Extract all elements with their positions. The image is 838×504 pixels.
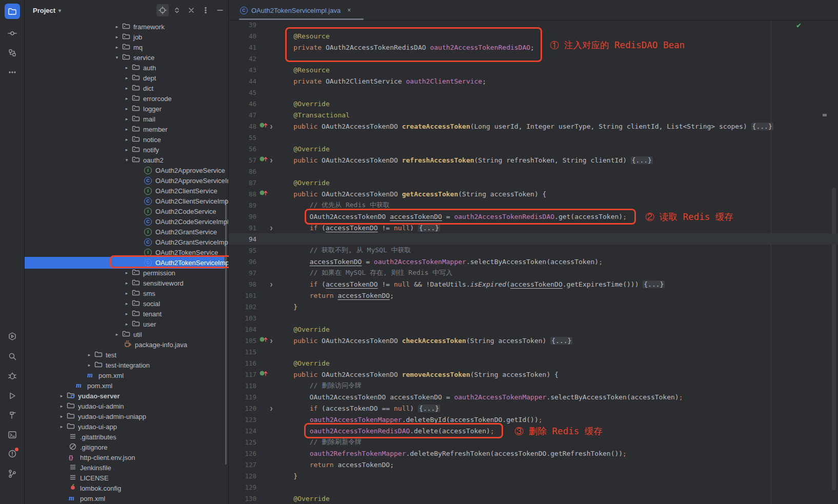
tree-item-oauth2grantserviceimpl[interactable]: COAuth2GrantServiceImpl bbox=[25, 237, 228, 247]
code-line-126[interactable]: 126 oauth2RefreshTokenMapper.deleteByRef… bbox=[229, 448, 838, 459]
tree-item-jenkinsfile[interactable]: Jenkinsfile bbox=[25, 462, 228, 473]
rail-button-git[interactable] bbox=[5, 466, 20, 481]
tree-item-pom-xml[interactable]: mpom.xml bbox=[25, 380, 228, 391]
chevron-collapsed-icon[interactable]: ▸ bbox=[56, 404, 67, 409]
code-line-104[interactable]: 104 @Override bbox=[229, 324, 838, 335]
code-line-98[interactable]: 98❯ if (accessTokenDO != null && !DateUt… bbox=[229, 278, 838, 290]
panel-header-hide-icon[interactable] bbox=[214, 4, 226, 16]
panel-header-more-icon[interactable] bbox=[199, 4, 212, 16]
chevron-collapsed-icon[interactable]: ▸ bbox=[84, 362, 94, 368]
fold-region-icon[interactable]: ❯ bbox=[270, 225, 273, 231]
chevron-collapsed-icon[interactable]: ▸ bbox=[56, 424, 67, 429]
tree-item-notify[interactable]: ▸notify bbox=[25, 145, 228, 155]
panel-header-locate-icon[interactable] bbox=[156, 4, 169, 16]
tree-item-yudao-ui-app[interactable]: ▸yudao-ui-app bbox=[25, 421, 228, 432]
tree-item-service[interactable]: ▾service bbox=[25, 52, 228, 63]
tree-item-framework[interactable]: ▸framework bbox=[25, 22, 228, 32]
code-line-102[interactable]: 102 } bbox=[229, 301, 838, 312]
panel-header-expand-all-icon[interactable] bbox=[171, 4, 183, 16]
tree-item--gitattributes[interactable]: .gitattributes bbox=[25, 432, 228, 442]
code-line-45[interactable]: 45 bbox=[229, 87, 838, 98]
tree-item-lombok-config[interactable]: lombok.config bbox=[25, 483, 228, 493]
rail-button-problems[interactable] bbox=[5, 446, 20, 461]
tree-item-member[interactable]: ▸member bbox=[25, 124, 228, 134]
code-line-130[interactable]: 130 @Override bbox=[229, 493, 838, 504]
chevron-collapsed-icon[interactable]: ▸ bbox=[122, 127, 132, 132]
tree-item-http-client-env-json[interactable]: {}http-client.env.json bbox=[25, 452, 228, 462]
chevron-collapsed-icon[interactable]: ▸ bbox=[112, 45, 122, 50]
chevron-collapsed-icon[interactable]: ▸ bbox=[122, 86, 132, 91]
project-panel-title[interactable]: Project bbox=[33, 7, 55, 14]
tree-item-oauth2codeserviceimpl[interactable]: COAuth2CodeServiceImpl bbox=[25, 216, 228, 227]
chevron-expanded-icon[interactable]: ▾ bbox=[122, 157, 132, 163]
code-line-44[interactable]: 44 private OAuth2ClientService oauth2Cli… bbox=[229, 75, 838, 87]
chevron-collapsed-icon[interactable]: ▸ bbox=[112, 34, 122, 39]
code-line-55[interactable]: 55 bbox=[229, 132, 838, 143]
code-line-128[interactable]: 128 } bbox=[229, 470, 838, 481]
tree-item-test-integration[interactable]: ▸test-integration bbox=[25, 360, 228, 370]
tree-item-auth[interactable]: ▸auth bbox=[25, 63, 228, 73]
tree-item-oauth2grantservice[interactable]: IOAuth2GrantService bbox=[25, 227, 228, 237]
overrides-method-gutter-icon[interactable] bbox=[260, 190, 268, 197]
tree-item--gitignore[interactable]: .gitignore bbox=[25, 442, 228, 452]
code-line-46[interactable]: 46 @Override bbox=[229, 98, 838, 109]
rail-button-terminal[interactable] bbox=[5, 427, 20, 442]
code-line-48[interactable]: 48❯ public OAuth2AccessTokenDO createAcc… bbox=[229, 120, 838, 132]
chevron-collapsed-icon[interactable]: ▸ bbox=[122, 280, 132, 286]
chevron-collapsed-icon[interactable]: ▸ bbox=[122, 106, 132, 111]
chevron-collapsed-icon[interactable]: ▸ bbox=[56, 414, 67, 419]
chevron-expanded-icon[interactable]: ▾ bbox=[112, 55, 122, 60]
code-line-115[interactable]: 115 bbox=[229, 346, 838, 357]
rail-button-debug[interactable] bbox=[5, 368, 20, 384]
tree-item-sensitiveword[interactable]: ▸sensitiveword bbox=[25, 278, 228, 288]
code-line-87[interactable]: 87 @Override bbox=[229, 177, 838, 188]
editor-tab[interactable]: C OAuth2TokenServiceImpl.java × bbox=[235, 0, 356, 21]
tree-item-oauth2clientserviceimpl[interactable]: COAuth2ClientServiceImpl bbox=[25, 196, 228, 206]
code-line-57[interactable]: 57❯ public OAuth2AccessTokenDO refreshAc… bbox=[229, 154, 838, 166]
code-line-118[interactable]: 118 // 删除访问令牌 bbox=[229, 380, 838, 391]
code-line-88[interactable]: 88 public OAuth2AccessTokenDO getAccessT… bbox=[229, 188, 838, 199]
overrides-method-gutter-icon[interactable] bbox=[260, 370, 268, 378]
tree-item-tenant[interactable]: ▸tenant bbox=[25, 309, 228, 319]
chevron-collapsed-icon[interactable]: ▸ bbox=[122, 321, 132, 327]
rail-button-commit[interactable] bbox=[5, 26, 20, 41]
fold-region-icon[interactable]: ❯ bbox=[270, 338, 273, 344]
chevron-collapsed-icon[interactable]: ▸ bbox=[84, 352, 94, 357]
tree-item-job[interactable]: ▸job bbox=[25, 32, 228, 42]
code-line-120[interactable]: 120❯ if (accessTokenDO == null) {...} bbox=[229, 402, 838, 414]
tree-item-pom-xml[interactable]: mpom.xml bbox=[25, 370, 228, 380]
overrides-method-gutter-icon[interactable] bbox=[260, 156, 268, 164]
code-line-94[interactable]: 94 bbox=[229, 233, 838, 245]
tree-item-oauth2codeservice[interactable]: IOAuth2CodeService bbox=[25, 206, 228, 216]
tree-item-dict[interactable]: ▸dict bbox=[25, 83, 228, 93]
code-line-127[interactable]: 127 return accessTokenDO; bbox=[229, 459, 838, 470]
rail-button-structure[interactable] bbox=[5, 45, 20, 61]
code-line-105[interactable]: 105❯ public OAuth2AccessTokenDO checkAcc… bbox=[229, 335, 838, 346]
code-line-103[interactable]: 103 bbox=[229, 312, 838, 324]
code-line-116[interactable]: 116 @Override bbox=[229, 357, 838, 369]
code-editor[interactable]: ✔ ① 注入对应的 RedisDAO Bean ② 读取 Redis 缓存 ③ … bbox=[229, 21, 838, 504]
tree-item-dept[interactable]: ▸dept bbox=[25, 73, 228, 83]
tree-item-util[interactable]: ▸util bbox=[25, 329, 228, 339]
rail-button-run[interactable] bbox=[5, 388, 20, 404]
chevron-collapsed-icon[interactable]: ▸ bbox=[122, 270, 132, 275]
tree-item-oauth2approveservice[interactable]: IOAuth2ApproveService bbox=[25, 165, 228, 175]
code-line-47[interactable]: 47 @Transactional bbox=[229, 109, 838, 120]
code-line-119[interactable]: 119 OAuth2AccessTokenDO accessTokenDO = … bbox=[229, 391, 838, 402]
tree-item-oauth2[interactable]: ▾oauth2 bbox=[25, 155, 228, 165]
code-line-43[interactable]: 43 @Resource bbox=[229, 64, 838, 75]
code-line-56[interactable]: 56 @Override bbox=[229, 143, 838, 154]
overrides-method-gutter-icon[interactable] bbox=[260, 336, 268, 344]
chevron-collapsed-icon[interactable]: ▸ bbox=[122, 311, 132, 316]
panel-header-collapse-all-icon[interactable] bbox=[185, 4, 197, 16]
chevron-collapsed-icon[interactable]: ▸ bbox=[112, 24, 122, 29]
rail-button-more-tools[interactable] bbox=[5, 65, 20, 80]
tree-item-permission[interactable]: ▸permission bbox=[25, 268, 228, 278]
chevron-collapsed-icon[interactable]: ▸ bbox=[122, 137, 132, 142]
rail-button-search[interactable] bbox=[5, 349, 20, 364]
chevron-collapsed-icon[interactable]: ▸ bbox=[122, 96, 132, 101]
chevron-collapsed-icon[interactable]: ▸ bbox=[56, 393, 67, 398]
tree-item-mail[interactable]: ▸mail bbox=[25, 114, 228, 124]
code-line-129[interactable]: 129 bbox=[229, 481, 838, 493]
code-line-117[interactable]: 117 public OAuth2AccessTokenDO removeAcc… bbox=[229, 369, 838, 380]
